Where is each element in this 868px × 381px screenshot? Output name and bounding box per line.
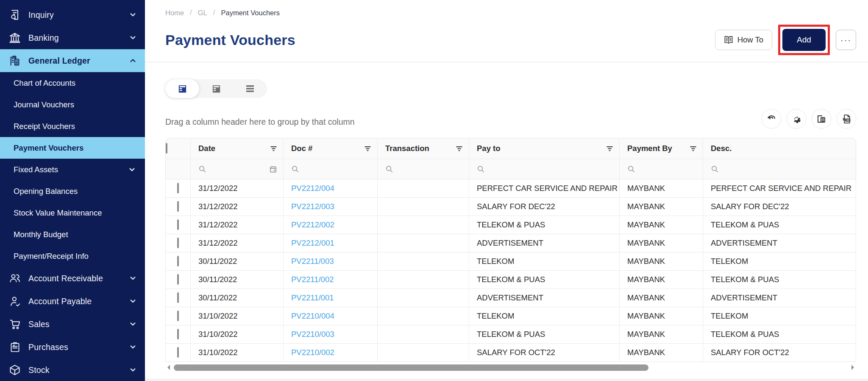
column-header-transaction[interactable]: Transaction bbox=[378, 138, 469, 159]
filter-icon[interactable] bbox=[364, 146, 371, 151]
row-checkbox[interactable] bbox=[177, 201, 179, 212]
sidebar-subitem-journal-vouchers[interactable]: Journal Vouchers bbox=[0, 94, 145, 115]
column-chooser-button[interactable] bbox=[812, 109, 831, 129]
cell-desc: TELEKOM & PUAS bbox=[703, 216, 856, 234]
sidebar-item-label: Banking bbox=[28, 33, 129, 43]
row-checkbox-cell bbox=[165, 307, 191, 325]
scroll-right-icon[interactable] bbox=[849, 364, 856, 370]
doc-number-link[interactable]: PV2212/003 bbox=[291, 202, 334, 211]
table-row: 31/12/2022 PV2212/001 ADVERTISEMENT MAYB… bbox=[165, 234, 856, 252]
sidebar-item-inquiry[interactable]: Inquiry bbox=[0, 3, 145, 26]
cell-doc: PV2211/002 bbox=[284, 271, 378, 289]
row-checkbox[interactable] bbox=[177, 292, 179, 303]
undo-button[interactable] bbox=[762, 109, 781, 129]
scrollbar-track[interactable] bbox=[172, 364, 849, 371]
filter-icon[interactable] bbox=[456, 146, 463, 151]
column-header-doc-[interactable]: Doc # bbox=[284, 138, 378, 159]
column-chooser-icon bbox=[816, 114, 826, 124]
doc-number-link[interactable]: PV2210/004 bbox=[291, 311, 334, 320]
row-checkbox[interactable] bbox=[177, 238, 179, 248]
doc-number-link[interactable]: PV2210/002 bbox=[291, 348, 334, 357]
sidebar-item-banking[interactable]: Banking bbox=[0, 26, 145, 49]
filter-cell-doc-[interactable] bbox=[284, 159, 378, 179]
how-to-button[interactable]: How To bbox=[715, 30, 772, 50]
filter-icon[interactable] bbox=[270, 146, 277, 151]
cell-transaction bbox=[378, 234, 469, 252]
cell-doc: PV2212/002 bbox=[284, 216, 378, 234]
row-checkbox[interactable] bbox=[177, 256, 179, 266]
settings-gear-button[interactable] bbox=[787, 109, 806, 129]
column-header-label: Date bbox=[198, 144, 215, 153]
doc-number-link[interactable]: PV2211/002 bbox=[291, 275, 334, 284]
cell-transaction bbox=[378, 307, 469, 325]
more-options-button[interactable]: ··· bbox=[836, 30, 856, 50]
doc-number-link[interactable]: PV2212/004 bbox=[291, 184, 334, 193]
row-checkbox[interactable] bbox=[177, 311, 179, 321]
sidebar-item-general-ledger[interactable]: General Ledger bbox=[0, 49, 145, 72]
cell-payment-by: MAYBANK bbox=[620, 271, 703, 289]
cell-transaction bbox=[378, 344, 469, 362]
sidebar-subitem-stock-value-maintenance[interactable]: Stock Value Maintenance bbox=[0, 202, 145, 224]
page-header: Home/GL/Payment Vouchers Payment Voucher… bbox=[145, 0, 868, 62]
sidebar-item-purchases[interactable]: Purchases bbox=[0, 336, 145, 359]
sidebar-item-account-receivable[interactable]: Account Receivable bbox=[0, 267, 145, 290]
sidebar-subitem-payment-receipt-info[interactable]: Payment/Receipt Info bbox=[0, 245, 145, 267]
cell-payment-by: MAYBANK bbox=[620, 344, 703, 362]
breadcrumb-item[interactable]: GL bbox=[198, 9, 207, 17]
chevron-up-icon bbox=[129, 57, 136, 64]
filter-icon[interactable] bbox=[606, 146, 613, 151]
doc-number-link[interactable]: PV2210/003 bbox=[291, 330, 334, 339]
view-switcher bbox=[165, 79, 267, 98]
sidebar-subitem-fixed-assets[interactable]: Fixed Assets bbox=[0, 159, 145, 180]
sidebar-item-sales[interactable]: Sales bbox=[0, 313, 145, 336]
row-checkbox[interactable] bbox=[177, 329, 179, 339]
sidebar-subitem-chart-of-accounts[interactable]: Chart of Accounts bbox=[0, 72, 145, 94]
horizontal-scrollbar[interactable] bbox=[165, 364, 856, 371]
filter-cell-pay-to[interactable] bbox=[469, 159, 620, 179]
view-tab-3[interactable] bbox=[233, 79, 267, 98]
sidebar-subitem-opening-balances[interactable]: Opening Balances bbox=[0, 180, 145, 202]
cell-doc: PV2211/003 bbox=[284, 252, 378, 271]
select-all-checkbox[interactable] bbox=[166, 143, 167, 154]
view-tab-1[interactable] bbox=[165, 79, 199, 98]
filter-cell-payment-by[interactable] bbox=[620, 159, 703, 179]
sidebar-subitem-monthly-budget[interactable]: Monthly Budget bbox=[0, 224, 145, 245]
scroll-left-icon[interactable] bbox=[165, 364, 172, 370]
calendar-icon[interactable] bbox=[269, 165, 277, 174]
cell-pay-to: SALARY FOR DEC'22 bbox=[469, 198, 620, 216]
column-header-payment-by[interactable]: Payment By bbox=[620, 138, 703, 159]
scrollbar-thumb[interactable] bbox=[174, 364, 648, 371]
breadcrumb-separator: / bbox=[190, 8, 192, 17]
doc-number-link[interactable]: PV2211/003 bbox=[291, 257, 334, 266]
sidebar-item-account-payable[interactable]: Account Payable bbox=[0, 290, 145, 313]
search-icon bbox=[711, 165, 719, 173]
column-header-desc-[interactable]: Desc. bbox=[703, 138, 856, 159]
sidebar-subitem-payment-vouchers[interactable]: Payment Vouchers bbox=[0, 137, 145, 159]
chevron-down-icon bbox=[129, 343, 136, 350]
filter-icon[interactable] bbox=[690, 146, 697, 151]
row-checkbox[interactable] bbox=[177, 347, 179, 358]
column-header-date[interactable]: Date bbox=[191, 138, 284, 159]
filter-cell-desc-[interactable] bbox=[703, 159, 856, 179]
row-checkbox[interactable] bbox=[177, 274, 179, 285]
doc-number-link[interactable]: PV2212/001 bbox=[291, 238, 334, 247]
add-button[interactable]: Add bbox=[782, 29, 826, 51]
row-checkbox[interactable] bbox=[177, 183, 179, 193]
table-row: 31/12/2022 PV2212/004 PERFECT CAR SERVIC… bbox=[165, 179, 856, 198]
column-header-pay-to[interactable]: Pay to bbox=[469, 138, 620, 159]
sidebar-subitem-receipt-vouchers[interactable]: Receipt Vouchers bbox=[0, 115, 145, 137]
row-checkbox[interactable] bbox=[177, 219, 179, 230]
breadcrumb-item[interactable]: Home bbox=[165, 9, 184, 17]
cell-transaction bbox=[378, 216, 469, 234]
doc-number-link[interactable]: PV2212/002 bbox=[291, 220, 334, 229]
sidebar-item-stock[interactable]: Stock bbox=[0, 359, 145, 381]
doc-number-link[interactable]: PV2211/001 bbox=[291, 293, 334, 302]
sidebar-subitem-label: Monthly Budget bbox=[14, 230, 136, 239]
view-tab-2[interactable] bbox=[199, 79, 233, 98]
export-xlsx-button[interactable]: XLSX bbox=[837, 109, 856, 129]
cell-date: 31/12/2022 bbox=[191, 179, 284, 198]
cell-doc: PV2212/003 bbox=[284, 198, 378, 216]
filter-cell-transaction[interactable] bbox=[378, 159, 469, 179]
filter-cell-date[interactable] bbox=[191, 159, 284, 179]
table-row: 30/11/2022 PV2211/003 TELEKOM MAYBANK TE… bbox=[165, 252, 856, 271]
